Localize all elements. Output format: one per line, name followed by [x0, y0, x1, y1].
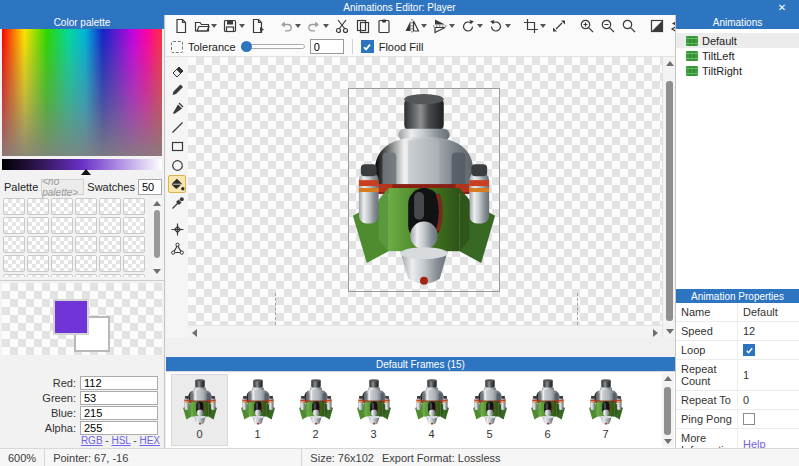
palette-swatch[interactable]: [123, 255, 145, 272]
green-field[interactable]: [80, 391, 158, 405]
undo-button[interactable]: [276, 16, 303, 36]
value-slider-marker[interactable]: [81, 169, 91, 175]
crop-dropdown-icon[interactable]: [540, 24, 546, 28]
redo-button[interactable]: [304, 16, 331, 36]
flood-fill-checkbox[interactable]: [361, 40, 374, 53]
palette-swatch[interactable]: [99, 217, 121, 234]
prop-name-value[interactable]: Default: [738, 303, 799, 322]
save-dropdown-icon[interactable]: [239, 24, 245, 28]
brush-tool[interactable]: [168, 99, 186, 117]
rectangle-tool[interactable]: [168, 137, 186, 155]
line-tool[interactable]: [168, 118, 186, 136]
zoom-reset-button[interactable]: [619, 16, 639, 36]
palette-swatch[interactable]: [75, 236, 97, 253]
zoom-out-button[interactable]: [598, 16, 618, 36]
palette-swatch[interactable]: [123, 236, 145, 253]
flip-horizontal-button[interactable]: [402, 16, 429, 36]
canvas-h-scrollbar[interactable]: [188, 325, 662, 338]
palette-swatch[interactable]: [27, 236, 49, 253]
crop-button[interactable]: [521, 16, 548, 36]
redo-dropdown-icon[interactable]: [323, 24, 329, 28]
palette-swatch[interactable]: [3, 217, 25, 234]
rotate-cw-dropdown-icon[interactable]: [505, 24, 511, 28]
scroll-thumb[interactable]: [664, 387, 671, 435]
scroll-thumb[interactable]: [666, 81, 673, 321]
palette-swatch[interactable]: [75, 274, 97, 277]
palette-swatch[interactable]: [75, 255, 97, 272]
scroll-right-icon[interactable]: [653, 329, 658, 337]
palette-swatch[interactable]: [27, 255, 49, 272]
palette-swatch[interactable]: [75, 217, 97, 234]
fill-tool[interactable]: [168, 175, 186, 193]
eraser-tool[interactable]: [168, 61, 186, 79]
scroll-thumb[interactable]: [154, 210, 160, 258]
palette-swatch[interactable]: [99, 255, 121, 272]
frame-thumbnail[interactable]: 7: [577, 374, 634, 446]
palette-swatch[interactable]: [99, 236, 121, 253]
frames-scrollbar[interactable]: [662, 373, 674, 447]
frame-thumbnail[interactable]: 1: [229, 374, 286, 446]
flip-v-dropdown-icon[interactable]: [449, 24, 455, 28]
palette-swatch[interactable]: [51, 255, 73, 272]
swatch-scrollbar[interactable]: [152, 198, 162, 277]
scroll-up-icon[interactable]: [664, 376, 672, 381]
color-picker-gradient[interactable]: [2, 29, 162, 156]
frame-thumbnail[interactable]: 5: [461, 374, 518, 446]
blue-field[interactable]: [80, 406, 158, 420]
zoom-in-button[interactable]: [577, 16, 597, 36]
scroll-up-icon[interactable]: [153, 201, 161, 206]
palette-swatch[interactable]: [51, 198, 73, 215]
frame-thumbnail[interactable]: 4: [403, 374, 460, 446]
animation-item-default[interactable]: Default: [676, 33, 799, 48]
save-as-button[interactable]: [248, 16, 268, 36]
selection-tool-icon[interactable]: [171, 41, 183, 53]
scroll-down-icon[interactable]: [666, 329, 674, 334]
save-button[interactable]: [220, 16, 247, 36]
scroll-down-icon[interactable]: [664, 439, 672, 444]
primary-color-swatch[interactable]: [53, 299, 89, 335]
center-origin-tool[interactable]: [168, 220, 186, 238]
palette-swatch[interactable]: [51, 236, 73, 253]
flip-h-dropdown-icon[interactable]: [421, 24, 427, 28]
ellipse-tool[interactable]: [168, 156, 186, 174]
rgb-link[interactable]: RGB: [81, 435, 103, 446]
palette-swatch[interactable]: [27, 274, 49, 277]
palette-swatch[interactable]: [27, 217, 49, 234]
rotate-ccw-button[interactable]: [458, 16, 485, 36]
palette-swatch[interactable]: [75, 198, 97, 215]
palette-swatch[interactable]: [99, 198, 121, 215]
palette-swatch[interactable]: [123, 198, 145, 215]
resize-button[interactable]: [549, 16, 569, 36]
palette-swatch[interactable]: [99, 274, 121, 277]
swatches-input[interactable]: [138, 179, 162, 195]
palette-swatch[interactable]: [51, 274, 73, 277]
prop-repeat-count-value[interactable]: 1: [738, 360, 799, 391]
loop-checkbox[interactable]: [743, 344, 755, 356]
undo-dropdown-icon[interactable]: [295, 24, 301, 28]
frame-thumbnail[interactable]: 3: [345, 374, 402, 446]
canvas-v-scrollbar[interactable]: [662, 57, 675, 338]
scroll-down-icon[interactable]: [153, 269, 161, 274]
palette-dropdown[interactable]: <no palette>: [41, 179, 84, 195]
hsl-link[interactable]: HSL: [111, 435, 130, 446]
pencil-tool[interactable]: [168, 80, 186, 98]
frame-thumbnail[interactable]: 0: [171, 374, 228, 446]
cut-button[interactable]: [332, 16, 352, 36]
sprite-canvas[interactable]: [188, 57, 662, 325]
prop-repeat-to-value[interactable]: 0: [738, 391, 799, 410]
new-file-button[interactable]: [171, 16, 191, 36]
open-button[interactable]: [192, 16, 219, 36]
tolerance-slider[interactable]: [241, 44, 305, 49]
palette-swatch[interactable]: [27, 198, 49, 215]
red-field[interactable]: [80, 376, 158, 390]
invert-colors-button[interactable]: [647, 16, 667, 36]
prop-speed-value[interactable]: 12: [738, 322, 799, 341]
scroll-up-icon[interactable]: [666, 61, 674, 66]
sprite-bounds[interactable]: [348, 88, 500, 292]
palette-swatch[interactable]: [51, 217, 73, 234]
open-dropdown-icon[interactable]: [211, 24, 217, 28]
palette-swatch[interactable]: [3, 198, 25, 215]
palette-swatch[interactable]: [123, 217, 145, 234]
paste-button[interactable]: [374, 16, 394, 36]
palette-swatch[interactable]: [123, 274, 145, 277]
